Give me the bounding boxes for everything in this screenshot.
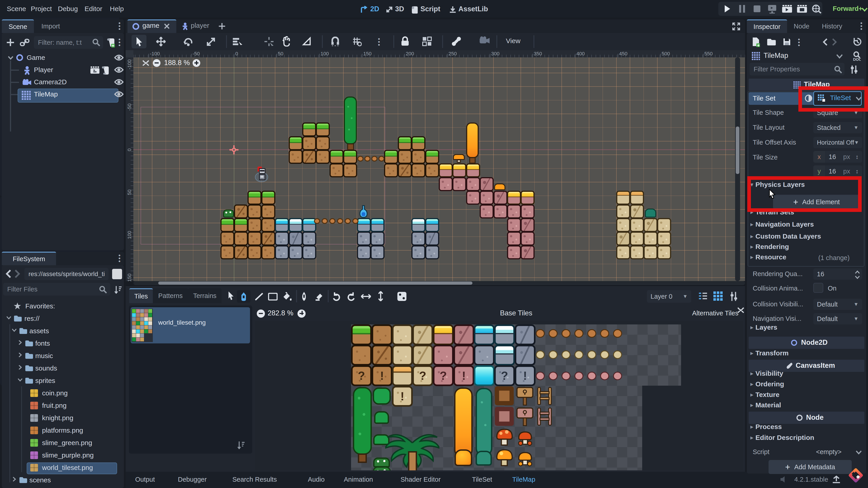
- svg-text:DOC: DOC: [853, 57, 861, 61]
